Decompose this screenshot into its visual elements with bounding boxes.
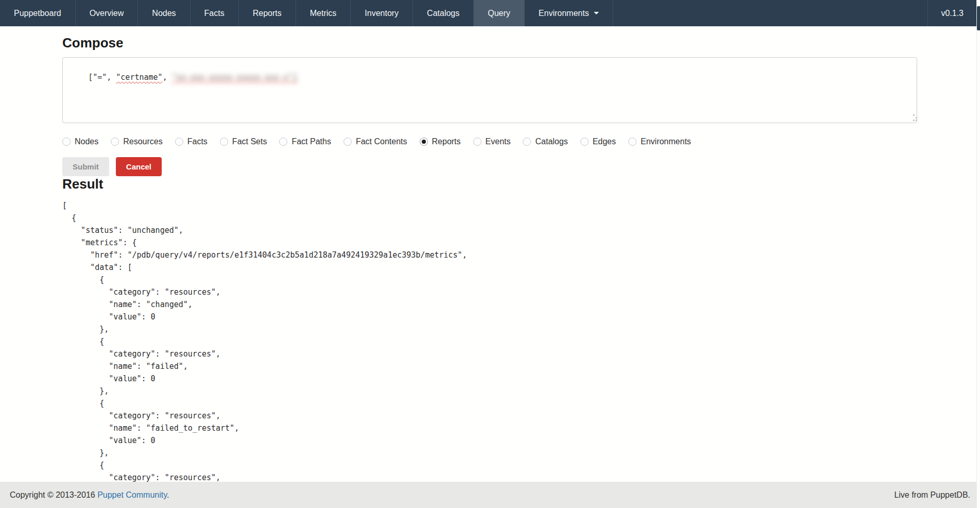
endpoint-radio-label[interactable]: Fact Paths bbox=[291, 137, 331, 146]
query-text-prefix: ["=", bbox=[88, 73, 116, 82]
endpoint-radio[interactable] bbox=[523, 138, 531, 146]
endpoint-radio[interactable] bbox=[628, 138, 637, 146]
submit-button[interactable]: Submit bbox=[62, 157, 109, 176]
footer: Copyright © 2013-2016 Puppet Community. … bbox=[0, 482, 980, 508]
nav-item-environments[interactable]: Environments bbox=[525, 0, 613, 26]
nav-item-label: Facts bbox=[204, 9, 225, 18]
endpoint-radio[interactable] bbox=[220, 138, 228, 146]
endpoint-option-nodes[interactable]: Nodes bbox=[62, 137, 98, 146]
nav-item-label: Metrics bbox=[310, 9, 337, 18]
navbar-items: OverviewNodesFactsReportsMetricsInventor… bbox=[76, 0, 613, 26]
compose-heading: Compose bbox=[62, 35, 917, 51]
puppet-community-link[interactable]: Puppet Community bbox=[97, 490, 167, 499]
query-text-certname: "certname" bbox=[116, 73, 162, 82]
nav-item-label: Reports bbox=[253, 9, 282, 18]
endpoint-option-environments[interactable]: Environments bbox=[628, 137, 691, 146]
nav-item-overview[interactable]: Overview bbox=[76, 0, 139, 26]
navbar-brand[interactable]: Puppetboard bbox=[0, 0, 76, 26]
endpoint-radio-label[interactable]: Events bbox=[486, 137, 511, 146]
endpoint-radio-label[interactable]: Environments bbox=[641, 137, 691, 146]
version-label: v0.1.3 bbox=[941, 9, 964, 18]
result-heading: Result bbox=[62, 176, 917, 192]
endpoint-radio[interactable] bbox=[111, 138, 119, 146]
endpoint-radio-label[interactable]: Fact Sets bbox=[232, 137, 267, 146]
footer-copyright-prefix: Copyright © 2013-2016 bbox=[10, 490, 97, 499]
nav-item-query[interactable]: Query bbox=[474, 0, 525, 26]
endpoint-option-reports[interactable]: Reports bbox=[420, 137, 461, 146]
endpoint-radio[interactable] bbox=[62, 138, 71, 146]
endpoint-radio-label[interactable]: Nodes bbox=[75, 137, 98, 146]
endpoint-option-edges[interactable]: Edges bbox=[580, 137, 616, 146]
query-input[interactable]: ["=", "certname", "xx-xxx-xxxxx-xxxxx-xx… bbox=[62, 57, 917, 123]
endpoint-radio[interactable] bbox=[279, 138, 287, 146]
endpoint-radio-label[interactable]: Fact Contents bbox=[356, 137, 407, 146]
nav-item-facts[interactable]: Facts bbox=[191, 0, 239, 26]
endpoint-option-fact-contents[interactable]: Fact Contents bbox=[343, 137, 407, 146]
endpoint-radio[interactable] bbox=[175, 138, 183, 146]
version-badge: v0.1.3 bbox=[927, 0, 976, 26]
nav-item-label: Inventory bbox=[365, 9, 399, 18]
nav-item-label: Query bbox=[488, 9, 510, 18]
endpoint-radio-label[interactable]: Catalogs bbox=[535, 137, 568, 146]
nav-item-nodes[interactable]: Nodes bbox=[138, 0, 190, 26]
query-text-redacted: "xx-xxx-xxxxx-xxxxx-xxx-x"] bbox=[172, 73, 298, 82]
scrollbar-track[interactable] bbox=[976, 0, 980, 508]
endpoint-radio[interactable] bbox=[580, 138, 589, 146]
navbar-brand-label: Puppetboard bbox=[14, 9, 61, 18]
action-buttons: Submit Cancel bbox=[62, 157, 917, 176]
textarea-resize-grip[interactable] bbox=[908, 114, 915, 121]
nav-item-label: Environments bbox=[539, 9, 589, 18]
nav-item-label: Nodes bbox=[152, 9, 176, 18]
navbar-spacer bbox=[613, 0, 928, 26]
endpoint-radio[interactable] bbox=[343, 138, 352, 146]
footer-copyright: Copyright © 2013-2016 Puppet Community. bbox=[10, 490, 169, 500]
endpoint-option-resources[interactable]: Resources bbox=[111, 137, 162, 146]
main-content: Compose ["=", "certname", "xx-xxx-xxxxx-… bbox=[62, 26, 917, 484]
endpoint-radio-label[interactable]: Facts bbox=[187, 137, 208, 146]
endpoint-radio-label[interactable]: Edges bbox=[593, 137, 616, 146]
nav-item-catalogs[interactable]: Catalogs bbox=[413, 0, 474, 26]
endpoint-option-facts[interactable]: Facts bbox=[175, 137, 208, 146]
nav-item-inventory[interactable]: Inventory bbox=[351, 0, 413, 26]
endpoint-option-fact-sets[interactable]: Fact Sets bbox=[220, 137, 267, 146]
endpoint-radio[interactable] bbox=[473, 138, 482, 146]
nav-item-label: Overview bbox=[90, 9, 124, 18]
query-text-separator: , bbox=[163, 73, 172, 82]
result-json: [ { "status": "unchanged", "metrics": { … bbox=[62, 199, 917, 484]
nav-item-metrics[interactable]: Metrics bbox=[296, 0, 351, 26]
endpoint-radio-row: NodesResourcesFactsFact SetsFact PathsFa… bbox=[62, 137, 917, 146]
top-navbar: Puppetboard OverviewNodesFactsReportsMet… bbox=[0, 0, 980, 26]
scrollbar-thumb[interactable] bbox=[977, 6, 980, 30]
nav-item-label: Catalogs bbox=[427, 9, 459, 18]
footer-copyright-suffix: . bbox=[167, 490, 169, 499]
endpoint-option-catalogs[interactable]: Catalogs bbox=[523, 137, 568, 146]
endpoint-radio[interactable] bbox=[420, 138, 428, 146]
chevron-down-icon bbox=[594, 12, 599, 14]
cancel-button[interactable]: Cancel bbox=[116, 157, 162, 176]
endpoint-radio-label[interactable]: Reports bbox=[432, 137, 461, 146]
endpoint-radio-label[interactable]: Resources bbox=[123, 137, 162, 146]
nav-item-reports[interactable]: Reports bbox=[239, 0, 296, 26]
footer-live-status: Live from PuppetDB. bbox=[894, 490, 970, 500]
endpoint-option-events[interactable]: Events bbox=[473, 137, 511, 146]
endpoint-option-fact-paths[interactable]: Fact Paths bbox=[279, 137, 331, 146]
